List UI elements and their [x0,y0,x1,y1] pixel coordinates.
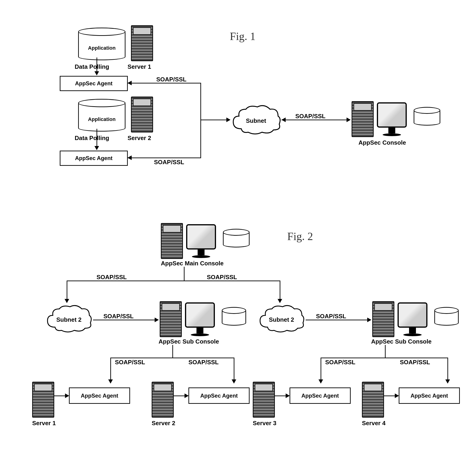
appsec-agent-1-label: AppSec Agent [75,80,112,87]
server2-label: Server 2 [152,420,175,427]
arrow-s2-agent [184,393,189,398]
line-bus-vertical [200,83,201,158]
arrow-subcon-r-l [318,379,323,384]
application-db-1: Application [78,28,124,60]
fig2-title: Fig. 2 [287,230,313,243]
console-label: AppSec Console [359,139,406,146]
subnet-right-label: Subnet 2 [269,316,294,323]
line-s4-agent [383,395,396,396]
appsec-agent4-label: AppSec Agent [410,392,448,399]
sub-console-l-db-icon [222,307,245,326]
appsec-agent-1: AppSec Agent [60,76,128,91]
arrow-app1-agent1 [95,71,99,75]
appsec-agent1-box: AppSec Agent [69,388,130,404]
main-console-monitor-icon [186,224,216,258]
protocol-sub-r-label: SOAP/SSL [316,313,346,320]
server2-icon [152,382,174,418]
arrow-subnet-l [281,118,286,122]
sub-console-l-monitor-icon [185,302,215,336]
protocol-br2-label: SOAP/SSL [400,359,430,366]
subnet-left-label: Subnet 2 [56,316,82,323]
arrow-main-left [65,299,69,303]
server3-label: Server 3 [253,420,277,427]
main-console-db-icon [223,229,248,247]
server-2-icon [131,97,153,133]
arrow-app2-agent2 [95,146,99,150]
appsec-agent3-label: AppSec Agent [301,392,339,399]
line-subcon-l-split [110,357,234,358]
arrow-s3-agent [286,393,290,398]
sub-console-r-monitor-icon [397,302,427,336]
arrow-s4-agent [395,393,399,398]
line-main-down [184,267,184,281]
sub-console-r-db-icon [434,307,457,326]
sub-console-l-label: AppSec Sub Console [159,338,219,345]
server4-label: Server 4 [362,420,386,427]
protocol1-label: SOAP/SSL [156,76,186,83]
arrow-subnetr-subcon [367,318,371,322]
server-1-label: Server 1 [128,63,151,70]
protocol-sub-l-label: SOAP/SSL [103,313,133,320]
line-subcon-l-down [172,345,173,357]
arrow-agent1 [128,81,132,85]
appsec-agent1-label: AppSec Agent [81,392,118,399]
line-s3-agent [274,395,287,396]
main-console-server-icon [161,223,183,259]
sub-console-r-server-icon [372,301,394,337]
server-2-label: Server 2 [128,135,151,142]
console-db-icon [414,107,439,126]
data-polling-1-label: Data Polling [75,63,109,70]
line-main-left-down [67,281,67,300]
line-subcon-r-rdown [447,357,448,381]
line-bus-subnet [200,119,228,120]
sub-console-r-label: AppSec Sub Console [371,338,432,345]
line-s2-agent [173,395,186,396]
application-db-2: Application [78,99,124,132]
appsec-agent4-box: AppSec Agent [399,388,460,404]
protocol-bl2-label: SOAP/SSL [188,359,219,366]
server-1-icon [131,25,153,61]
protocol-br1-label: SOAP/SSL [325,359,355,366]
protocol-top-l-label: SOAP/SSL [97,274,127,281]
appsec-agent2-label: AppSec Agent [200,392,238,399]
main-console-label: AppSec Main Console [161,260,224,267]
line-app2-agent2 [97,129,97,147]
protocol-top-r-label: SOAP/SSL [207,274,237,281]
application-label-2: Application [88,116,115,122]
line-agent2-bus [128,157,201,158]
server1-label: Server 1 [32,420,56,427]
appsec-agent-2-label: AppSec Agent [75,155,112,161]
arrow-subcon-l-r [232,379,236,384]
console-monitor-icon [377,102,407,136]
arrow-main-right [278,299,282,303]
server4-icon [362,382,384,418]
appsec-agent3-box: AppSec Agent [290,388,351,404]
arrow-subcon-l-l [108,379,113,384]
line-app1-agent1 [97,57,97,72]
line-subcon-l-rdown [234,357,234,381]
console-server-icon [352,101,374,137]
protocol-bl1-label: SOAP/SSL [115,359,145,366]
line-main-right-down [280,281,280,300]
sub-console-l-server-icon [160,301,182,337]
fig1-title: Fig. 1 [230,30,256,43]
line-subcon-r-down [385,345,386,357]
subnet-label: Subnet [246,117,266,124]
line-s1-agent [53,395,66,396]
line-subcon-r-ldown [321,357,321,381]
server3-icon [253,382,275,418]
line-subcon-r-split [321,357,448,358]
data-polling-2-label: Data Polling [75,135,109,142]
appsec-agent-2: AppSec Agent [60,151,128,166]
arrow-subnetl-subcon [155,318,159,322]
server1-icon [32,382,54,418]
arrow-subnet-r [346,118,351,122]
protocol2-label: SOAP/SSL [154,159,184,166]
arrow-agent2 [128,155,132,160]
arrow-s1-agent [65,393,69,398]
arrow-subcon-r-r [445,379,450,384]
line-subcon-l-ldown [110,357,111,381]
application-label-1: Application [88,45,115,51]
protocol3-label: SOAP/SSL [295,113,325,120]
appsec-agent2-box: AppSec Agent [188,388,249,404]
